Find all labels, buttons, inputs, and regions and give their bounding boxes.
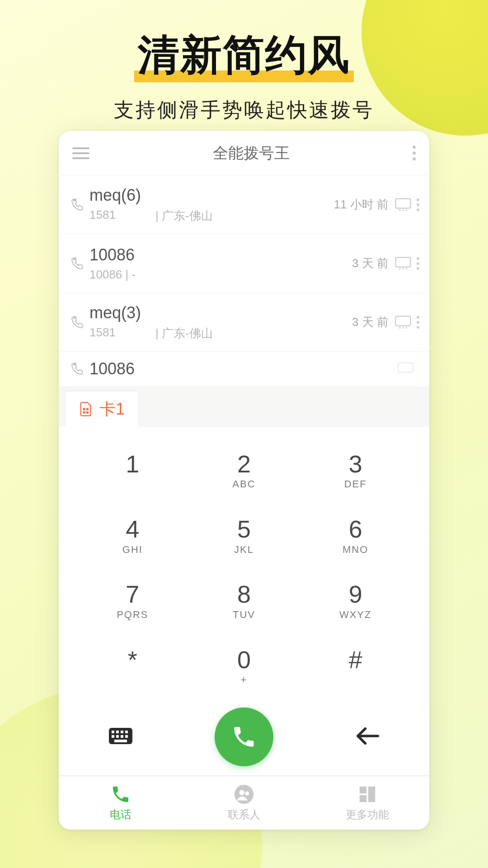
nav-phone[interactable]: 电话 bbox=[59, 776, 182, 830]
sms-icon[interactable] bbox=[395, 316, 411, 329]
svg-rect-13 bbox=[83, 408, 85, 410]
more-nav-icon bbox=[357, 784, 378, 805]
promo-subhead: 支持侧滑手势唤起快速拨号 bbox=[0, 97, 488, 123]
nav-contacts[interactable]: 联系人 bbox=[182, 776, 305, 830]
key-5[interactable]: 5JKL bbox=[188, 503, 300, 568]
nav-label: 联系人 bbox=[228, 807, 260, 822]
svg-point-28 bbox=[239, 790, 244, 795]
svg-rect-18 bbox=[112, 731, 114, 733]
svg-rect-31 bbox=[368, 787, 375, 802]
key-hash[interactable]: # bbox=[300, 633, 411, 698]
svg-rect-30 bbox=[360, 787, 366, 793]
svg-rect-4 bbox=[396, 257, 411, 267]
overflow-icon[interactable] bbox=[413, 146, 416, 160]
call-log-list: meq(6) 1581 | 广东-佛山 11 小时 前 10086 10086 … bbox=[59, 175, 429, 386]
svg-rect-32 bbox=[360, 795, 366, 802]
svg-rect-19 bbox=[116, 731, 119, 733]
backspace-icon[interactable] bbox=[355, 726, 380, 748]
call-time: 3 天 前 bbox=[352, 314, 389, 330]
dial-action-row bbox=[59, 698, 429, 775]
call-log-row[interactable]: meq(3) 1581 | 广东-佛山 3 天 前 bbox=[59, 293, 429, 352]
nav-more[interactable]: 更多功能 bbox=[306, 776, 429, 830]
key-2[interactable]: 2ABC bbox=[188, 438, 300, 503]
dial-keypad: 1 2ABC 3DEF 4GHI 5JKL 6MNO 7PQRS 8TUV 9W… bbox=[59, 427, 429, 698]
outgoing-call-icon bbox=[67, 257, 88, 270]
call-name: 10086 bbox=[89, 359, 398, 378]
svg-rect-24 bbox=[121, 735, 123, 738]
sms-icon[interactable] bbox=[398, 362, 414, 376]
call-name: meq(6) bbox=[89, 185, 334, 205]
svg-point-27 bbox=[235, 785, 253, 804]
svg-rect-20 bbox=[121, 731, 123, 733]
app-title: 全能拨号王 bbox=[213, 143, 290, 164]
svg-rect-0 bbox=[396, 198, 411, 208]
key-8[interactable]: 8TUV bbox=[188, 568, 300, 633]
row-overflow-icon[interactable] bbox=[417, 198, 419, 211]
key-star[interactable]: * bbox=[77, 633, 188, 698]
nav-label: 电话 bbox=[110, 807, 131, 822]
promo-headline: 清新简约风 bbox=[134, 27, 354, 86]
phone-frame: 全能拨号王 meq(6) 1581 | 广东-佛山 11 小时 前 bbox=[59, 131, 429, 830]
key-0[interactable]: 0+ bbox=[188, 633, 300, 698]
key-7[interactable]: 7PQRS bbox=[77, 568, 188, 633]
svg-point-1 bbox=[399, 209, 401, 211]
outgoing-call-icon bbox=[67, 198, 88, 212]
svg-point-7 bbox=[406, 268, 408, 270]
key-9[interactable]: 9WXYZ bbox=[300, 568, 411, 633]
call-number: 10086 | - bbox=[89, 268, 144, 282]
sms-icon[interactable] bbox=[395, 257, 411, 270]
svg-rect-23 bbox=[116, 735, 119, 738]
sms-icon[interactable] bbox=[395, 198, 411, 212]
key-6[interactable]: 6MNO bbox=[300, 503, 411, 568]
key-3[interactable]: 3DEF bbox=[300, 438, 411, 503]
call-time: 11 小时 前 bbox=[334, 197, 389, 212]
svg-point-9 bbox=[399, 327, 401, 329]
key-4[interactable]: 4GHI bbox=[77, 503, 188, 568]
svg-rect-22 bbox=[112, 735, 114, 738]
bottom-nav: 电话 联系人 更多功能 bbox=[59, 775, 429, 830]
call-name: 10086 bbox=[89, 245, 352, 264]
call-time: 3 天 前 bbox=[352, 255, 389, 271]
phone-icon bbox=[231, 724, 257, 750]
outgoing-call-icon bbox=[67, 362, 88, 376]
svg-point-10 bbox=[402, 327, 404, 329]
row-overflow-icon[interactable] bbox=[417, 257, 419, 270]
key-1[interactable]: 1 bbox=[77, 438, 188, 503]
svg-rect-21 bbox=[125, 731, 128, 733]
phone-nav-icon bbox=[110, 784, 131, 805]
call-log-row[interactable]: 10086 bbox=[59, 352, 429, 386]
svg-rect-15 bbox=[83, 411, 85, 414]
call-number: 1581 bbox=[89, 326, 144, 341]
svg-rect-8 bbox=[396, 316, 411, 326]
sim-selector-bar: 卡1 bbox=[59, 386, 429, 427]
svg-point-29 bbox=[245, 792, 249, 796]
call-location: | 广东-佛山 bbox=[155, 326, 213, 341]
sim-label: 卡1 bbox=[99, 398, 125, 420]
outgoing-call-icon bbox=[67, 316, 88, 329]
svg-point-5 bbox=[399, 268, 401, 270]
svg-point-11 bbox=[406, 327, 408, 329]
dial-button[interactable] bbox=[215, 708, 273, 766]
row-overflow-icon[interactable] bbox=[417, 316, 419, 329]
svg-rect-16 bbox=[86, 411, 89, 414]
sim-card-tab[interactable]: 卡1 bbox=[66, 392, 138, 427]
call-number: 1581 bbox=[89, 208, 144, 224]
svg-rect-14 bbox=[86, 408, 89, 410]
call-log-row[interactable]: 10086 10086 | - 3 天 前 bbox=[59, 234, 429, 293]
svg-rect-26 bbox=[114, 740, 127, 742]
call-name: meq(3) bbox=[89, 303, 352, 322]
sim-icon bbox=[80, 401, 93, 417]
svg-rect-25 bbox=[125, 735, 128, 738]
svg-rect-12 bbox=[399, 363, 413, 373]
call-location: | 广东-佛山 bbox=[155, 208, 213, 224]
contacts-nav-icon bbox=[234, 784, 254, 805]
app-bar: 全能拨号王 bbox=[59, 131, 429, 175]
svg-point-3 bbox=[406, 209, 408, 211]
menu-icon[interactable] bbox=[72, 147, 89, 159]
keyboard-toggle-icon[interactable] bbox=[108, 727, 133, 747]
nav-label: 更多功能 bbox=[346, 807, 389, 822]
svg-point-2 bbox=[402, 209, 404, 211]
call-log-row[interactable]: meq(6) 1581 | 广东-佛山 11 小时 前 bbox=[59, 175, 429, 234]
svg-point-6 bbox=[402, 268, 404, 270]
